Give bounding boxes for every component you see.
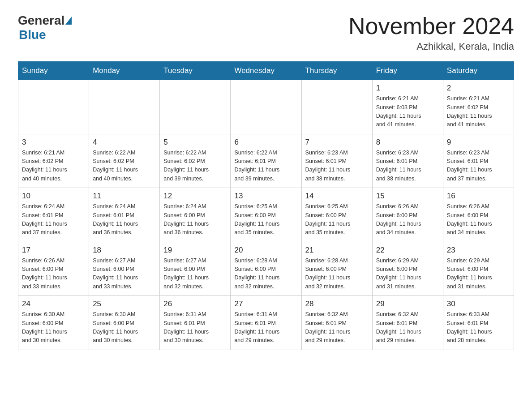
day-info: Sunrise: 6:31 AM Sunset: 6:01 PM Dayligh… bbox=[163, 310, 227, 345]
day-info: Sunrise: 6:29 AM Sunset: 6:00 PM Dayligh… bbox=[376, 257, 439, 291]
calendar-cell: 11Sunrise: 6:24 AM Sunset: 6:01 PM Dayli… bbox=[89, 188, 160, 242]
logo-triangle-icon bbox=[65, 17, 72, 25]
day-info: Sunrise: 6:28 AM Sunset: 6:00 PM Dayligh… bbox=[234, 257, 297, 291]
header: General Blue November 2024 Azhikkal, Ker… bbox=[18, 13, 514, 52]
day-info: Sunrise: 6:23 AM Sunset: 6:01 PM Dayligh… bbox=[305, 149, 369, 184]
calendar-cell: 26Sunrise: 6:31 AM Sunset: 6:01 PM Dayli… bbox=[160, 296, 231, 350]
day-number: 17 bbox=[22, 246, 85, 255]
day-info: Sunrise: 6:25 AM Sunset: 6:00 PM Dayligh… bbox=[234, 202, 297, 237]
day-info: Sunrise: 6:22 AM Sunset: 6:02 PM Dayligh… bbox=[163, 149, 227, 184]
day-number: 14 bbox=[305, 192, 369, 201]
day-number: 22 bbox=[376, 246, 439, 255]
month-title: November 2024 bbox=[348, 13, 514, 39]
calendar-cell: 4Sunrise: 6:22 AM Sunset: 6:02 PM Daylig… bbox=[89, 134, 160, 188]
day-info: Sunrise: 6:24 AM Sunset: 6:01 PM Dayligh… bbox=[93, 202, 156, 237]
calendar-cell: 7Sunrise: 6:23 AM Sunset: 6:01 PM Daylig… bbox=[301, 134, 372, 188]
day-number: 9 bbox=[447, 138, 510, 147]
day-number: 29 bbox=[376, 300, 439, 308]
calendar-cell: 17Sunrise: 6:26 AM Sunset: 6:00 PM Dayli… bbox=[18, 242, 89, 296]
day-number: 1 bbox=[376, 84, 439, 93]
day-number: 16 bbox=[447, 192, 510, 201]
calendar-cell: 13Sunrise: 6:25 AM Sunset: 6:00 PM Dayli… bbox=[231, 188, 301, 242]
calendar-cell: 20Sunrise: 6:28 AM Sunset: 6:00 PM Dayli… bbox=[231, 242, 301, 296]
calendar-cell: 3Sunrise: 6:21 AM Sunset: 6:02 PM Daylig… bbox=[18, 134, 89, 188]
day-info: Sunrise: 6:26 AM Sunset: 6:00 PM Dayligh… bbox=[447, 202, 510, 237]
day-info: Sunrise: 6:29 AM Sunset: 6:00 PM Dayligh… bbox=[447, 257, 510, 291]
calendar-cell: 25Sunrise: 6:30 AM Sunset: 6:00 PM Dayli… bbox=[89, 296, 160, 350]
calendar-cell bbox=[231, 80, 301, 134]
calendar-week-row: 17Sunrise: 6:26 AM Sunset: 6:00 PM Dayli… bbox=[18, 242, 514, 296]
weekday-header-monday: Monday bbox=[89, 62, 160, 80]
day-info: Sunrise: 6:21 AM Sunset: 6:02 PM Dayligh… bbox=[22, 149, 85, 184]
calendar-cell: 23Sunrise: 6:29 AM Sunset: 6:00 PM Dayli… bbox=[443, 242, 514, 296]
day-info: Sunrise: 6:24 AM Sunset: 6:00 PM Dayligh… bbox=[163, 202, 227, 237]
day-number: 27 bbox=[234, 300, 297, 308]
day-number: 12 bbox=[163, 192, 227, 201]
title-area: November 2024 Azhikkal, Kerala, India bbox=[348, 13, 514, 52]
calendar-cell: 16Sunrise: 6:26 AM Sunset: 6:00 PM Dayli… bbox=[443, 188, 514, 242]
weekday-header-sunday: Sunday bbox=[18, 62, 89, 80]
calendar-cell bbox=[18, 80, 89, 134]
location-title: Azhikkal, Kerala, India bbox=[348, 41, 514, 52]
calendar-cell: 6Sunrise: 6:22 AM Sunset: 6:01 PM Daylig… bbox=[231, 134, 301, 188]
weekday-header-saturday: Saturday bbox=[443, 62, 514, 80]
day-number: 5 bbox=[163, 138, 227, 147]
day-info: Sunrise: 6:21 AM Sunset: 6:03 PM Dayligh… bbox=[376, 94, 439, 129]
day-number: 21 bbox=[305, 246, 369, 255]
calendar-cell: 2Sunrise: 6:21 AM Sunset: 6:02 PM Daylig… bbox=[443, 80, 514, 134]
weekday-header-thursday: Thursday bbox=[301, 62, 372, 80]
day-info: Sunrise: 6:26 AM Sunset: 6:00 PM Dayligh… bbox=[376, 202, 439, 237]
calendar-cell: 12Sunrise: 6:24 AM Sunset: 6:00 PM Dayli… bbox=[160, 188, 231, 242]
day-info: Sunrise: 6:30 AM Sunset: 6:00 PM Dayligh… bbox=[93, 310, 156, 345]
calendar-week-row: 1Sunrise: 6:21 AM Sunset: 6:03 PM Daylig… bbox=[18, 80, 514, 134]
day-info: Sunrise: 6:33 AM Sunset: 6:01 PM Dayligh… bbox=[447, 310, 510, 345]
day-info: Sunrise: 6:24 AM Sunset: 6:01 PM Dayligh… bbox=[22, 202, 85, 237]
calendar-cell: 14Sunrise: 6:25 AM Sunset: 6:00 PM Dayli… bbox=[301, 188, 372, 242]
day-info: Sunrise: 6:32 AM Sunset: 6:01 PM Dayligh… bbox=[376, 310, 439, 345]
day-number: 2 bbox=[447, 84, 510, 93]
day-number: 25 bbox=[93, 300, 156, 308]
day-info: Sunrise: 6:27 AM Sunset: 6:00 PM Dayligh… bbox=[93, 257, 156, 291]
calendar-cell: 24Sunrise: 6:30 AM Sunset: 6:00 PM Dayli… bbox=[18, 296, 89, 350]
calendar-cell: 15Sunrise: 6:26 AM Sunset: 6:00 PM Dayli… bbox=[372, 188, 443, 242]
calendar-cell: 1Sunrise: 6:21 AM Sunset: 6:03 PM Daylig… bbox=[372, 80, 443, 134]
calendar-week-row: 24Sunrise: 6:30 AM Sunset: 6:00 PM Dayli… bbox=[18, 296, 514, 350]
day-number: 20 bbox=[234, 246, 297, 255]
day-info: Sunrise: 6:28 AM Sunset: 6:00 PM Dayligh… bbox=[305, 257, 369, 291]
calendar-cell bbox=[89, 80, 160, 134]
weekday-header-row: SundayMondayTuesdayWednesdayThursdayFrid… bbox=[18, 62, 514, 80]
calendar-cell bbox=[301, 80, 372, 134]
day-info: Sunrise: 6:26 AM Sunset: 6:00 PM Dayligh… bbox=[22, 257, 85, 291]
calendar-cell: 9Sunrise: 6:23 AM Sunset: 6:01 PM Daylig… bbox=[443, 134, 514, 188]
day-info: Sunrise: 6:27 AM Sunset: 6:00 PM Dayligh… bbox=[163, 257, 227, 291]
day-info: Sunrise: 6:21 AM Sunset: 6:02 PM Dayligh… bbox=[447, 94, 510, 129]
day-info: Sunrise: 6:23 AM Sunset: 6:01 PM Dayligh… bbox=[447, 149, 510, 184]
calendar-cell: 27Sunrise: 6:31 AM Sunset: 6:01 PM Dayli… bbox=[231, 296, 301, 350]
calendar-cell: 22Sunrise: 6:29 AM Sunset: 6:00 PM Dayli… bbox=[372, 242, 443, 296]
day-number: 26 bbox=[163, 300, 227, 308]
calendar-cell: 19Sunrise: 6:27 AM Sunset: 6:00 PM Dayli… bbox=[160, 242, 231, 296]
calendar-cell: 28Sunrise: 6:32 AM Sunset: 6:01 PM Dayli… bbox=[301, 296, 372, 350]
calendar-cell: 10Sunrise: 6:24 AM Sunset: 6:01 PM Dayli… bbox=[18, 188, 89, 242]
day-info: Sunrise: 6:25 AM Sunset: 6:00 PM Dayligh… bbox=[305, 202, 369, 237]
day-number: 23 bbox=[447, 246, 510, 255]
calendar-cell: 21Sunrise: 6:28 AM Sunset: 6:00 PM Dayli… bbox=[301, 242, 372, 296]
calendar-week-row: 3Sunrise: 6:21 AM Sunset: 6:02 PM Daylig… bbox=[18, 134, 514, 188]
day-info: Sunrise: 6:32 AM Sunset: 6:01 PM Dayligh… bbox=[305, 310, 369, 345]
day-number: 11 bbox=[93, 192, 156, 201]
weekday-header-friday: Friday bbox=[372, 62, 443, 80]
weekday-header-tuesday: Tuesday bbox=[160, 62, 231, 80]
day-number: 30 bbox=[447, 300, 510, 308]
day-number: 24 bbox=[22, 300, 85, 308]
day-info: Sunrise: 6:30 AM Sunset: 6:00 PM Dayligh… bbox=[22, 310, 85, 345]
weekday-header-wednesday: Wednesday bbox=[231, 62, 301, 80]
calendar-cell: 18Sunrise: 6:27 AM Sunset: 6:00 PM Dayli… bbox=[89, 242, 160, 296]
calendar-cell bbox=[160, 80, 231, 134]
day-number: 28 bbox=[305, 300, 369, 308]
day-number: 10 bbox=[22, 192, 85, 201]
day-number: 19 bbox=[163, 246, 227, 255]
calendar-cell: 8Sunrise: 6:23 AM Sunset: 6:01 PM Daylig… bbox=[372, 134, 443, 188]
day-info: Sunrise: 6:31 AM Sunset: 6:01 PM Dayligh… bbox=[234, 310, 297, 345]
day-number: 7 bbox=[305, 138, 369, 147]
day-number: 13 bbox=[234, 192, 297, 201]
